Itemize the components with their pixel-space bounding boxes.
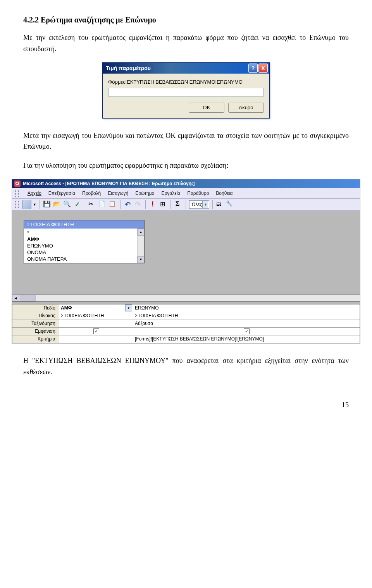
- cell-col2-show[interactable]: ✓: [133, 328, 360, 335]
- access-toolbar: ▼ Όλες: [12, 199, 360, 211]
- top-values-combo[interactable]: Όλες: [189, 200, 209, 209]
- view-icon[interactable]: [22, 200, 31, 209]
- cell-col2-sort[interactable]: Αύξουσα: [133, 320, 360, 328]
- cancel-button[interactable]: Άκυρο: [228, 103, 264, 113]
- table-fieldlist: ΣΤΟΙΧΕΙΑ ΦΟΙΤΗΤΗ * ΑΜΦ ΕΠΩΝΥΜΟ ΟΝΟΜΑ ΟΝΟ…: [24, 220, 145, 263]
- access-window: Microsoft Access - [ΕΡΩΤΗΜΑ ΕΠΩΝΥΜΟΥ ΓΙΑ…: [12, 179, 360, 344]
- page-number: 15: [23, 401, 349, 409]
- dialog-titlebar: Τιμή παραμέτρου ? X: [103, 63, 269, 74]
- access-title-text: Microsoft Access - [ΕΡΩΤΗΜΑ ΕΠΩΝΥΜΟΥ ΓΙΑ…: [23, 181, 195, 186]
- spellcheck-icon[interactable]: [73, 200, 82, 209]
- menu-handle-icon: [15, 190, 19, 197]
- fieldlist-item-onoma-patera[interactable]: ΟΝΟΜΑ ΠΑΤΕΡΑ: [24, 256, 137, 262]
- query-design-area: ΣΤΟΙΧΕΙΑ ΦΟΙΤΗΤΗ * ΑΜΦ ΕΠΩΝΥΜΟ ΟΝΟΜΑ ΟΝΟ…: [12, 211, 360, 301]
- qbe-grid: Πεδίο: Πίνακας: Ταξινόμηση: Εμφάνιση: Κρ…: [12, 304, 360, 343]
- build-icon[interactable]: [226, 200, 234, 209]
- undo-icon[interactable]: [124, 200, 132, 209]
- menu-window[interactable]: Παράθυρο: [187, 191, 209, 196]
- section-heading: 4.2.2 Ερώτημα αναζήτησης με Επώνυμο: [23, 15, 349, 24]
- properties-icon[interactable]: [216, 200, 224, 209]
- menu-edit[interactable]: Επεξεργασία: [48, 191, 75, 196]
- cell-col1-show[interactable]: ✓: [59, 328, 133, 335]
- label-field: Πεδίο:: [12, 304, 59, 312]
- menu-help[interactable]: Βοήθεια: [216, 191, 232, 196]
- label-sort: Ταξινόμηση:: [12, 320, 59, 328]
- paragraph-2: Μετά την εισαγωγή του Επωνύμου και πατών…: [23, 130, 349, 153]
- checkbox-col1[interactable]: ✓: [93, 328, 99, 334]
- toolbar-handle-icon: [15, 201, 19, 208]
- paragraph-4: Η "ΕΚΤΥΠΩΣΗ ΒΕΒΑΙΩΣΕΩΝ ΕΠΩΝΥΜΟΥ" που ανα…: [23, 355, 349, 378]
- parameter-input[interactable]: [108, 88, 264, 96]
- fieldlist-item-eponymo[interactable]: ΕΠΩΝΥΜΟ: [24, 242, 137, 249]
- cut-icon[interactable]: [88, 200, 97, 209]
- access-menubar: Αρχείο Επεξεργασία Προβολή Εισαγωγή Ερώτ…: [12, 188, 360, 199]
- access-app-icon: [14, 181, 21, 187]
- scroll-up-icon[interactable]: ▲: [138, 229, 144, 236]
- cell-col1-field[interactable]: ΑΜΦ: [59, 304, 133, 312]
- cell-col2-field[interactable]: ΕΠΩΝΥΜΟ: [133, 304, 360, 312]
- fieldlist-title: ΣΤΟΙΧΕΙΑ ΦΟΙΤΗΤΗ: [24, 220, 144, 229]
- cell-col2-table[interactable]: ΣΤΟΙΧΕΙΑ ΦΟΙΤΗΤΗ: [133, 312, 360, 320]
- label-table: Πίνακας:: [12, 312, 59, 320]
- menu-query[interactable]: Ερώτημα: [135, 191, 154, 196]
- close-button[interactable]: X: [258, 64, 268, 73]
- totals-icon[interactable]: [174, 200, 183, 209]
- dialog-container: Τιμή παραμέτρου ? X Φόρμες!ΕΚΤΥΠΩΣΗ ΒΕΒΑ…: [23, 62, 349, 119]
- label-show: Εμφάνιση:: [12, 328, 59, 335]
- parameter-dialog: Τιμή παραμέτρου ? X Φόρμες!ΕΚΤΥΠΩΣΗ ΒΕΒΑ…: [102, 62, 270, 119]
- grid-col-2: ΕΠΩΝΥΜΟ ΣΤΟΙΧΕΙΑ ΦΟΙΤΗΤΗ Αύξουσα ✓ [Form…: [133, 304, 360, 343]
- design-hscroll[interactable]: ◄: [12, 294, 360, 301]
- run-icon[interactable]: [149, 200, 157, 209]
- ok-button[interactable]: OK: [189, 103, 224, 113]
- hscroll-thumb[interactable]: [20, 295, 36, 301]
- fieldlist-scrollbar[interactable]: ▲ ▼: [137, 229, 144, 263]
- copy-icon[interactable]: [98, 200, 107, 209]
- label-criteria: Κριτήρια:: [12, 335, 59, 343]
- grid-row-labels: Πεδίο: Πίνακας: Ταξινόμηση: Εμφάνιση: Κρ…: [12, 304, 59, 343]
- access-titlebar: Microsoft Access - [ΕΡΩΤΗΜΑ ΕΠΩΝΥΜΟΥ ΓΙΑ…: [12, 179, 360, 188]
- paste-icon[interactable]: [108, 200, 117, 209]
- print-preview-icon[interactable]: [63, 200, 72, 209]
- fieldlist-item-amf[interactable]: ΑΜΦ: [24, 236, 137, 242]
- menu-view[interactable]: Προβολή: [82, 191, 101, 196]
- cell-col2-criteria[interactable]: [Forms]![ΕΚΤΥΠΩΣΗ ΒΕΒΑΙΏΣΕΩΝ ΕΠΩΝΥΜΟ]![Ε…: [133, 335, 360, 343]
- dialog-title: Τιμή παραμέτρου: [104, 65, 248, 71]
- cell-col1-table[interactable]: ΣΤΟΙΧΕΙΑ ΦΟΙΤΗΤΗ: [59, 312, 133, 320]
- grid-col-1: ΑΜΦ ΣΤΟΙΧΕΙΑ ΦΟΙΤΗΤΗ ✓: [59, 304, 133, 343]
- help-button[interactable]: ?: [248, 64, 258, 73]
- checkbox-col2[interactable]: ✓: [244, 328, 250, 334]
- fieldlist-item-star[interactable]: *: [24, 229, 137, 236]
- menu-insert[interactable]: Εισαγωγή: [108, 191, 128, 196]
- redo-icon[interactable]: [134, 200, 142, 209]
- show-table-icon[interactable]: [159, 200, 167, 209]
- paragraph-1: Με την εκτέλεση του ερωτήματος εμφανίζετ…: [23, 32, 349, 55]
- dialog-prompt-label: Φόρμες!ΕΚΤΥΠΩΣΗ ΒΕΒΑΙΏΣΕΩΝ ΕΠΩΝΥΜΟ!ΕΠΩΝΥ…: [108, 79, 264, 85]
- fieldlist-item-onoma[interactable]: ΟΝΟΜΑ: [24, 249, 137, 256]
- menu-file[interactable]: Αρχείο: [28, 191, 41, 196]
- save-icon[interactable]: [43, 200, 52, 209]
- hscroll-left-icon[interactable]: ◄: [12, 295, 19, 301]
- scroll-down-icon[interactable]: ▼: [138, 256, 144, 263]
- cell-col1-criteria[interactable]: [59, 335, 133, 343]
- cell-col1-sort[interactable]: [59, 320, 133, 328]
- paragraph-3: Για την υλοποίηση του ερωτήματος εφαρμόσ…: [23, 160, 349, 171]
- split-bar[interactable]: [12, 301, 360, 304]
- open-icon[interactable]: [53, 200, 62, 209]
- menu-tools[interactable]: Εργαλεία: [162, 191, 181, 196]
